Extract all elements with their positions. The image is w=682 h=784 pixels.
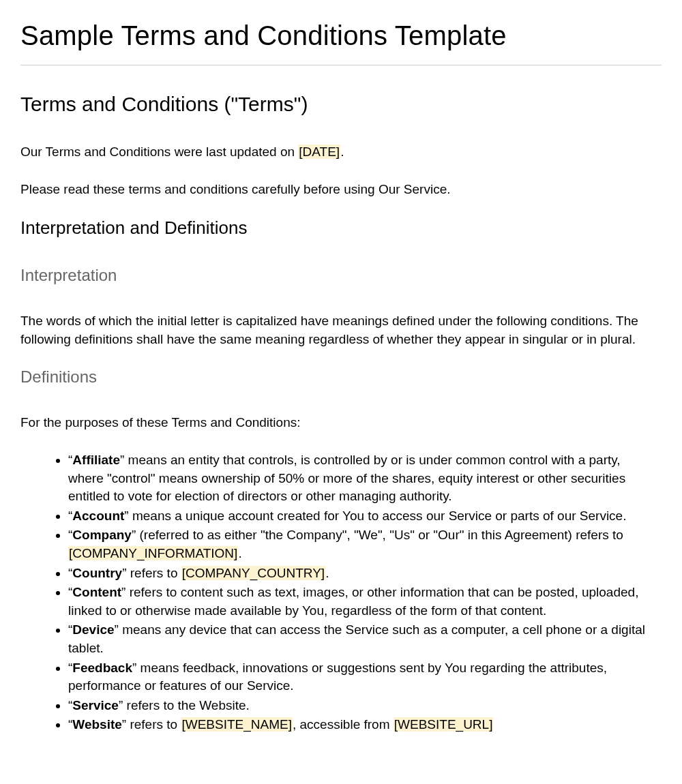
term-label: Country: [72, 566, 122, 580]
term-text: means feedback, innovations or suggestio…: [68, 661, 607, 693]
heading-interpretation-definitions: Interpretation and Definitions: [20, 217, 662, 239]
term-label: Device: [72, 622, 114, 637]
placeholder-company-information: [COMPANY_INFORMATION]: [68, 546, 238, 560]
page-title: Sample Terms and Conditions Template: [20, 20, 662, 51]
subheading-definitions: Definitions: [20, 367, 662, 387]
divider: [20, 65, 662, 65]
intro-suffix: .: [340, 145, 344, 159]
interpretation-body: The words of which the initial letter is…: [20, 312, 662, 348]
term-text: refers to the Website.: [123, 698, 250, 712]
definitions-list: Affiliate means an entity that controls,…: [20, 451, 662, 734]
subheading-interpretation: Interpretation: [20, 266, 662, 285]
term-text-after: .: [325, 566, 329, 580]
term-label: Affiliate: [72, 453, 120, 467]
intro-line-1: Our Terms and Conditions were last updat…: [20, 143, 662, 162]
definitions-intro: For the purposes of these Terms and Cond…: [20, 414, 662, 432]
definition-service: Service refers to the Website.: [68, 697, 662, 715]
term-label: Company: [72, 528, 132, 542]
heading-terms: Terms and Conditions ("Terms"): [20, 93, 662, 116]
placeholder-website-url: [WEBSITE_URL]: [394, 717, 494, 732]
term-text-after: .: [238, 546, 241, 560]
definition-website: Website refers to [WEBSITE_NAME], access…: [68, 716, 662, 734]
definition-account: Account means a unique account created f…: [68, 507, 662, 526]
definition-content: Content refers to content such as text, …: [68, 584, 662, 620]
term-text: means an entity that controls, is contro…: [68, 453, 625, 503]
definition-device: Device means any device that can access …: [68, 621, 662, 657]
term-label: Account: [72, 509, 124, 523]
intro-line-2: Please read these terms and conditions c…: [20, 181, 662, 199]
term-label: Feedback: [72, 661, 132, 675]
term-label: Website: [72, 717, 122, 732]
term-text-before: (referred to as either "the Company", "W…: [136, 528, 623, 542]
placeholder-company-country: [COMPANY_COUNTRY]: [181, 566, 325, 580]
term-label: Service: [72, 698, 119, 712]
placeholder-website-name: [WEBSITE_NAME]: [181, 717, 293, 732]
definition-company: Company (referred to as either "the Comp…: [68, 526, 662, 562]
term-text-before: refers to: [126, 717, 181, 732]
term-label: Content: [72, 585, 121, 599]
term-text-before: refers to: [126, 566, 181, 580]
term-text-mid: , accessible from: [293, 717, 394, 732]
term-text: means any device that can access the Ser…: [68, 622, 645, 655]
placeholder-date: [DATE]: [298, 145, 340, 159]
intro-prefix: Our Terms and Conditions were last updat…: [20, 145, 298, 159]
definition-feedback: Feedback means feedback, innovations or …: [68, 659, 662, 695]
definition-country: Country refers to [COMPANY_COUNTRY].: [68, 564, 662, 583]
definition-affiliate: Affiliate means an entity that controls,…: [68, 451, 662, 506]
term-text: refers to content such as text, images, …: [68, 585, 638, 618]
term-text: means a unique account created for You t…: [129, 509, 627, 523]
